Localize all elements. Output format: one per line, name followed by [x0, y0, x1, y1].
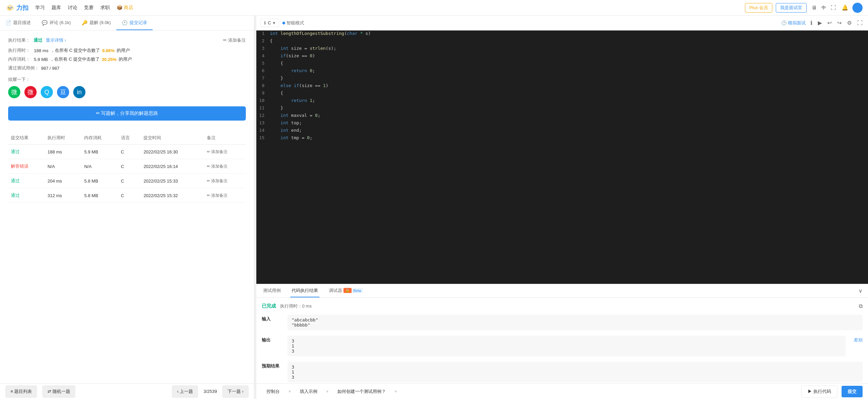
test-label: 通过测试用例：	[8, 65, 39, 71]
line-code[interactable]: int tmp = 0;	[270, 135, 312, 142]
row-memory: N/A	[81, 159, 118, 174]
fullscreen-icon[interactable]: ⛶	[829, 4, 837, 12]
how-to-button[interactable]: 如何创建一个测试用例？	[333, 386, 391, 397]
logo[interactable]: 力 力扣	[5, 3, 28, 13]
interviewer-button[interactable]: 我是面试官	[776, 3, 807, 13]
run-button[interactable]: ▶	[816, 18, 823, 27]
tab-solutions[interactable]: 🔑 题解 (9.0k)	[76, 16, 116, 30]
line-number: 1	[256, 30, 270, 38]
line-code[interactable]: }	[270, 75, 283, 83]
tab-testcase[interactable]: 测试用例	[262, 284, 282, 297]
line-code[interactable]: int end;	[270, 127, 302, 135]
fill-example-button[interactable]: 填入示例	[295, 386, 322, 397]
ai-mode-toggle[interactable]: 智能模式	[282, 20, 304, 26]
row-status[interactable]: 解答错误	[11, 164, 28, 169]
expand-panel-button[interactable]: ∨	[859, 288, 863, 294]
write-solution-button[interactable]: ✏ 写题解，分享我的解题思路	[8, 106, 246, 121]
row-add-note[interactable]: ✏ 添加备注	[207, 178, 243, 184]
random-problem-button[interactable]: ⇄ 随机一题	[42, 385, 75, 398]
nav-shop[interactable]: 📦 商店	[117, 5, 133, 11]
row-add-note[interactable]: ✏ 添加备注	[207, 149, 243, 155]
nav-problems[interactable]: 题库	[52, 5, 61, 11]
line-number: 4	[256, 53, 270, 60]
output-line-1: 3	[292, 338, 842, 343]
line-code[interactable]: {	[270, 90, 283, 98]
row-status[interactable]: 通过	[11, 193, 20, 198]
line-code[interactable]: {	[270, 60, 283, 68]
debugger-label: 调试器	[329, 288, 342, 294]
redo-button[interactable]: ↪	[836, 18, 843, 27]
monitor-icon[interactable]: 🖥	[810, 4, 818, 12]
row-add-note[interactable]: ✏ 添加备注	[207, 164, 243, 169]
tab-submissions-label: 提交记录	[130, 20, 147, 26]
row-status[interactable]: 通过	[11, 149, 20, 154]
next-problem-button[interactable]: 下一题 ›	[222, 385, 249, 398]
code-line: 11 }	[256, 105, 868, 112]
line-code[interactable]: else if(size == 1)	[270, 83, 328, 90]
info-icon: ℹ	[264, 20, 266, 25]
nav-controls: ‹ 上一题 3/2539 下一题 ›	[172, 385, 249, 398]
output-line-2: 1	[292, 343, 842, 349]
execute-code-button[interactable]: ▶ 执行代码	[801, 385, 837, 398]
line-code[interactable]: }	[270, 105, 283, 112]
code-line: 10 return 1;	[256, 98, 868, 105]
row-submit-time: 2022/02/25 16:14	[141, 159, 204, 174]
tab-description[interactable]: 📄 题目描述	[0, 16, 36, 30]
problem-list-button[interactable]: ≡ 题目列表	[5, 385, 37, 398]
submit-button[interactable]: 提交	[842, 386, 863, 397]
dropdown-chevron-icon: ▾	[273, 20, 275, 25]
show-detail-link[interactable]: 显示详情 ›	[46, 37, 66, 43]
exec-time-pct: 9.86%	[102, 48, 115, 53]
nav-contest[interactable]: 竞赛	[84, 5, 94, 11]
diff-label[interactable]: 差别	[854, 336, 863, 343]
code-editor[interactable]: 1int lengthOfLongestSubstring(char * s)2…	[256, 30, 868, 284]
add-note-button[interactable]: ✏ 添加备注	[223, 37, 246, 43]
copy-result-button[interactable]: ⧉	[859, 303, 863, 309]
line-code[interactable]: if(size == 0)	[270, 53, 315, 60]
line-code[interactable]: int maxval = 0;	[270, 112, 320, 120]
nav-jobs[interactable]: 求职	[100, 5, 110, 11]
row-exec-time: N/A	[45, 159, 81, 174]
beta-badge: Beta	[352, 288, 363, 293]
line-code[interactable]: return 0;	[270, 68, 315, 75]
line-number: 9	[256, 90, 270, 98]
line-code[interactable]: {	[270, 38, 273, 45]
notification-icon[interactable]: 🔔	[841, 4, 849, 12]
line-code[interactable]: int top;	[270, 120, 302, 127]
line-code[interactable]: int lengthOfLongestSubstring(char * s)	[270, 30, 371, 38]
tab-comments[interactable]: 💬 评论 (6.1k)	[36, 16, 76, 30]
row-exec-time: 204 ms	[45, 174, 81, 188]
line-code[interactable]: int size = strlen(s);	[270, 45, 336, 53]
mem-label: 内存消耗：	[8, 56, 32, 62]
language-selector-dropdown[interactable]: ℹ C ▾	[260, 19, 279, 27]
nav-discuss[interactable]: 讨论	[68, 5, 77, 11]
line-number: 3	[256, 45, 270, 53]
weibo-icon[interactable]: 微	[24, 86, 37, 98]
row-status[interactable]: 通过	[11, 178, 20, 183]
row-add-note[interactable]: ✏ 添加备注	[207, 193, 243, 198]
console-button[interactable]: 控制台	[262, 386, 284, 397]
plus-member-button[interactable]: Plus 会员	[745, 3, 772, 13]
nav-links: 学习 题库 讨论 竞赛 求职 📦 商店	[35, 5, 133, 11]
info-button[interactable]: ℹ	[809, 18, 814, 27]
tab-exec-result[interactable]: 代码执行结果	[290, 284, 319, 297]
settings-button[interactable]: ⚙	[846, 18, 853, 27]
tab-submissions[interactable]: 🕐 提交记录	[116, 16, 153, 30]
douban-icon[interactable]: 豆	[57, 86, 69, 98]
line-number: 15	[256, 135, 270, 142]
expand-button[interactable]: ⛶	[856, 19, 864, 27]
line-number: 12	[256, 112, 270, 120]
mock-interview-button[interactable]: 🕐 模拟面试	[781, 20, 806, 26]
tab-debugger[interactable]: 调试器 🔒 Beta	[328, 284, 364, 297]
nav-learn[interactable]: 学习	[35, 5, 45, 11]
undo-button[interactable]: ↩	[826, 18, 833, 27]
language-selector[interactable]: 中	[822, 5, 826, 11]
user-avatar[interactable]	[852, 3, 863, 13]
line-number: 6	[256, 68, 270, 75]
prev-problem-button[interactable]: ‹ 上一题	[172, 385, 198, 398]
qq-icon[interactable]: Q	[41, 86, 53, 98]
line-code[interactable]: return 1;	[270, 98, 315, 105]
col-status: 提交结果	[8, 131, 45, 145]
wechat-icon[interactable]: 微	[8, 86, 20, 98]
linkedin-icon[interactable]: in	[73, 86, 85, 98]
